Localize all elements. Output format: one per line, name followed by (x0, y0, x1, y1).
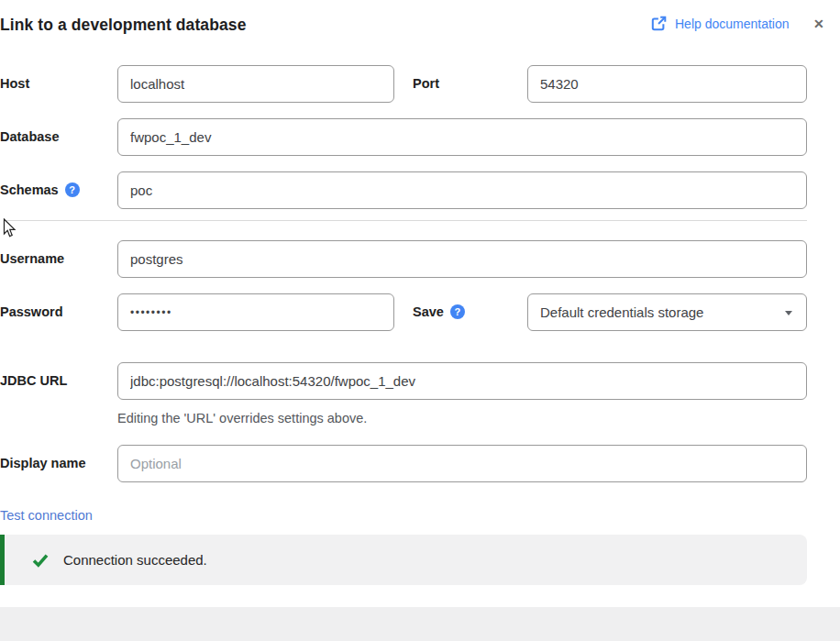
password-input[interactable] (117, 293, 394, 331)
display-name-input[interactable] (117, 445, 807, 482)
display-name-label: Display name (0, 456, 86, 470)
username-input[interactable] (117, 240, 807, 278)
host-label: Host (0, 76, 29, 91)
save-help-icon[interactable]: ? (450, 304, 465, 319)
port-input[interactable] (527, 65, 807, 103)
close-icon[interactable]: ✕ (813, 17, 824, 30)
host-input[interactable] (117, 65, 394, 103)
database-input[interactable] (117, 118, 807, 156)
schemas-input[interactable] (117, 171, 807, 209)
jdbc-url-input[interactable] (117, 362, 807, 400)
page-title: Link to a development database (0, 16, 246, 35)
section-divider (4, 220, 807, 221)
database-label: Database (0, 129, 59, 144)
jdbc-url-hint: Editing the 'URL' overrides settings abo… (117, 411, 367, 425)
chevron-down-icon (785, 311, 792, 315)
jdbc-url-label: JDBC URL (0, 373, 67, 388)
password-label: Password (0, 304, 63, 319)
connection-status-banner: Connection succeeded. (0, 535, 807, 585)
check-icon (31, 551, 50, 569)
credentials-storage-select[interactable]: Default credentials storage (527, 293, 807, 331)
schemas-label-text: Schemas (0, 182, 59, 197)
username-label: Username (0, 251, 64, 266)
schemas-help-icon[interactable]: ? (65, 182, 80, 197)
save-label-text: Save (413, 304, 444, 319)
help-documentation-label: Help documentation (675, 17, 790, 31)
test-connection-link[interactable]: Test connection (0, 508, 93, 523)
status-message: Connection succeeded. (63, 552, 207, 568)
connection-dialog: Link to a development database Help docu… (0, 0, 840, 641)
mouse-cursor (3, 218, 17, 238)
save-label: Save ? (413, 304, 465, 319)
bottom-action-bar: Save to project settings Save to user se… (0, 607, 840, 641)
external-link-icon (651, 16, 667, 31)
port-label: Port (413, 76, 439, 91)
credentials-storage-value: Default credentials storage (540, 304, 703, 320)
schemas-label: Schemas ? (0, 182, 80, 197)
help-documentation-link[interactable]: Help documentation (651, 16, 790, 31)
